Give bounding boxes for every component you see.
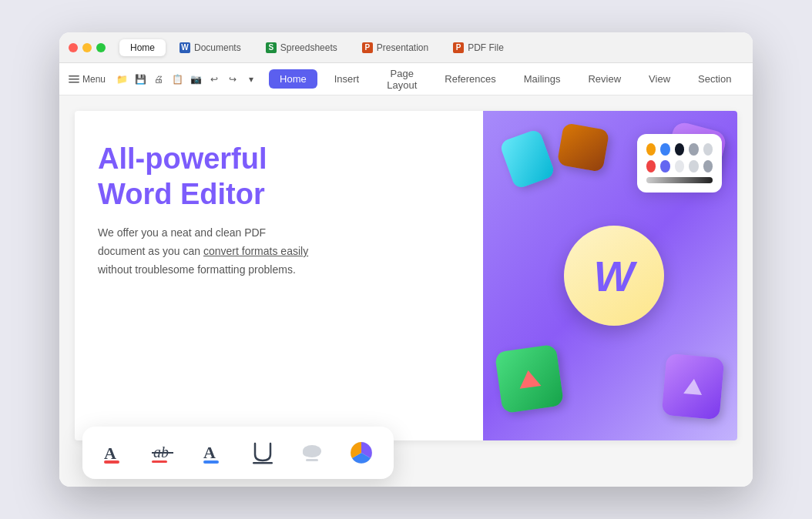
svg-rect-1 (69, 79, 79, 80)
color-dark-gray[interactable] (703, 160, 713, 172)
camera-icon[interactable]: 📷 (187, 71, 204, 88)
svg-rect-4 (104, 460, 119, 464)
app-window: Home W Documents S Spreedsheets P Presen… (59, 32, 753, 487)
svg-rect-0 (69, 75, 79, 77)
svg-point-13 (313, 449, 320, 456)
minimize-button[interactable] (82, 43, 92, 52)
tab-presentation[interactable]: P Presentation (351, 39, 439, 56)
floating-toolbar: A ab A (82, 427, 394, 479)
open-file-icon[interactable]: 📁 (113, 71, 130, 88)
close-button[interactable] (69, 43, 78, 52)
color-black[interactable] (675, 143, 684, 156)
toolbar: Menu 📁 💾 🖨 📋 📷 ↩ ↪ ▾ Home Insert Page La… (59, 63, 753, 95)
purple-triangle (683, 378, 703, 395)
undo-icon[interactable]: ↩ (206, 71, 223, 88)
svg-point-12 (303, 449, 312, 457)
tab-home-label: Home (130, 42, 155, 53)
svg-rect-9 (203, 460, 219, 464)
tab-documents-label: Documents (194, 42, 241, 53)
eraser-button[interactable] (295, 436, 329, 470)
word-icon: W (180, 42, 190, 53)
chart-button[interactable] (344, 436, 378, 470)
color-row-1 (646, 143, 713, 156)
arrow-icon[interactable]: ▾ (243, 71, 260, 88)
doc-body: We offer you a neat and clean PDF docume… (98, 224, 314, 279)
nav-review[interactable]: Review (577, 69, 632, 89)
color-indigo[interactable] (660, 160, 669, 172)
color-gray[interactable] (689, 143, 698, 156)
svg-rect-10 (253, 462, 273, 464)
green-triangle (518, 369, 542, 389)
color-light-gray[interactable] (703, 143, 713, 156)
tab-home[interactable]: Home (119, 39, 166, 56)
copy-icon[interactable]: 📋 (169, 71, 186, 88)
sheets-icon: S (266, 42, 277, 53)
ppt-icon: P (362, 42, 373, 53)
svg-rect-14 (306, 459, 318, 461)
underline-button[interactable] (246, 436, 280, 470)
color-blue[interactable] (660, 143, 669, 156)
title-bar: Home W Documents S Spreedsheets P Presen… (59, 32, 753, 63)
document-area: All-powerful Word Editor We offer you a … (75, 111, 737, 440)
color-medium-gray[interactable] (689, 160, 698, 172)
nav-references[interactable]: References (434, 69, 506, 89)
color-red[interactable] (646, 160, 656, 172)
nav-tools[interactable]: Tools (748, 69, 753, 89)
pdf-icon: P (453, 42, 464, 53)
nav-mailings[interactable]: Mailings (513, 69, 572, 89)
tab-pdf-label: PDF File (468, 42, 504, 53)
hamburger-icon (69, 75, 79, 83)
toolbar-icons: 📁 💾 🖨 📋 📷 ↩ ↪ ▾ (113, 71, 260, 88)
nav-page-layout[interactable]: Page Layout (376, 64, 428, 95)
menu-label: Menu (82, 74, 106, 85)
nav-section[interactable]: Section (687, 69, 742, 89)
doc-link: convert formats easily (203, 245, 308, 257)
svg-rect-2 (69, 82, 79, 83)
svg-text:A: A (104, 444, 116, 463)
purple-card-icon (662, 353, 725, 420)
brown-shape-icon (557, 122, 610, 172)
color-yellow[interactable] (646, 143, 656, 156)
tab-documents[interactable]: W Documents (169, 39, 252, 56)
nav-home[interactable]: Home (269, 69, 317, 89)
tab-spreadsheets[interactable]: S Spreedsheets (255, 39, 348, 56)
teal-shape-icon (499, 129, 556, 190)
svg-text:A: A (203, 443, 216, 462)
color-pale[interactable] (675, 160, 684, 172)
w-letter: W (594, 251, 635, 301)
nav-view[interactable]: View (638, 69, 681, 89)
tab-bar: Home W Documents S Spreedsheets P Presen… (119, 39, 743, 56)
redo-icon[interactable]: ↪ (224, 71, 241, 88)
traffic-lights (69, 43, 106, 52)
nav-bar: Home Insert Page Layout References Maili… (269, 64, 753, 95)
tab-spreadsheets-label: Spreedsheets (280, 42, 337, 53)
maximize-button[interactable] (96, 43, 106, 52)
color-picker (637, 134, 722, 193)
menu-button[interactable]: Menu (69, 74, 106, 85)
tab-presentation-label: Presentation (377, 42, 428, 53)
strikethrough-button[interactable]: ab (147, 436, 181, 470)
nav-insert[interactable]: Insert (324, 69, 371, 89)
text-color-button[interactable]: A (98, 436, 132, 470)
green-card-icon (495, 344, 564, 414)
w-circle-icon: W (564, 226, 664, 326)
font-color-button[interactable]: A (196, 436, 230, 470)
save-icon[interactable]: 💾 (132, 71, 149, 88)
color-row-2 (646, 160, 713, 172)
print-icon[interactable]: 🖨 (150, 71, 167, 88)
color-slider[interactable] (646, 177, 713, 183)
svg-rect-7 (152, 460, 167, 463)
tab-pdf[interactable]: P PDF File (442, 39, 515, 56)
